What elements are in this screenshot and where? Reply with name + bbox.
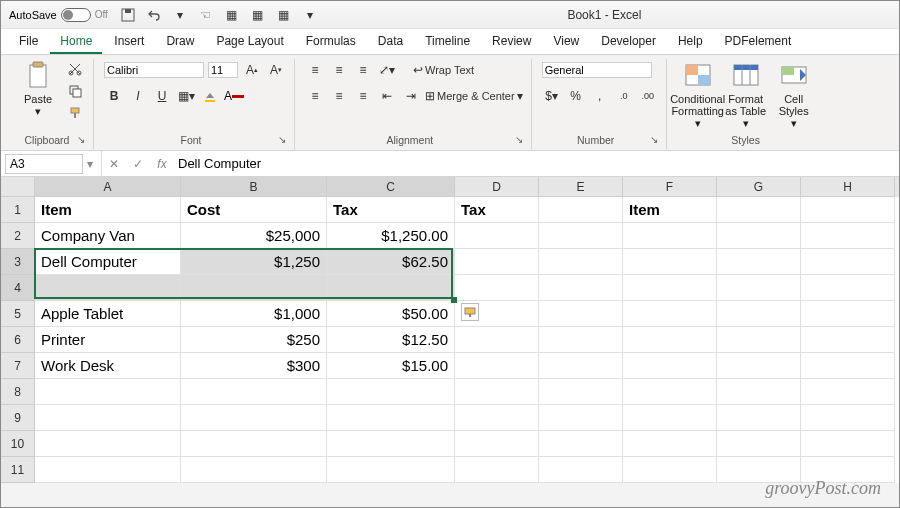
column-header-D[interactable]: D [455, 177, 539, 197]
cell-A11[interactable] [35, 457, 181, 483]
cell-A9[interactable] [35, 405, 181, 431]
column-header-G[interactable]: G [717, 177, 801, 197]
align-bottom-button[interactable]: ≡ [353, 60, 373, 80]
cell-D6[interactable] [455, 327, 539, 353]
cell-G4[interactable] [717, 275, 801, 301]
spreadsheet-grid[interactable]: ABCDEFGH1ItemCostTaxTaxItem2Company Van$… [1, 177, 899, 483]
cell-G7[interactable] [717, 353, 801, 379]
row-header-10[interactable]: 10 [1, 431, 35, 457]
cell-H8[interactable] [801, 379, 895, 405]
row-header-9[interactable]: 9 [1, 405, 35, 431]
namebox-dropdown-icon[interactable]: ▾ [87, 157, 101, 171]
tab-formulas[interactable]: Formulas [296, 30, 366, 54]
cell-A7[interactable]: Work Desk [35, 353, 181, 379]
cell-D10[interactable] [455, 431, 539, 457]
tab-home[interactable]: Home [50, 30, 102, 54]
font-color-button[interactable]: A [224, 86, 244, 106]
undo-icon[interactable] [146, 7, 162, 23]
increase-decimal-button[interactable]: .0 [614, 86, 634, 106]
cell-A10[interactable] [35, 431, 181, 457]
dialog-launcher-icon[interactable]: ↘ [77, 134, 85, 145]
cell-H5[interactable] [801, 301, 895, 327]
wrap-text-button[interactable]: ↩Wrap Text [413, 60, 474, 80]
fx-icon[interactable]: fx [150, 157, 174, 171]
cell-D8[interactable] [455, 379, 539, 405]
cell-B8[interactable] [181, 379, 327, 405]
cell-G3[interactable] [717, 249, 801, 275]
touch-mode-icon[interactable]: ☜ [198, 7, 214, 23]
decrease-decimal-button[interactable]: .00 [638, 86, 658, 106]
row-header-4[interactable]: 4 [1, 275, 35, 301]
fill-color-button[interactable] [200, 86, 220, 106]
row-header-1[interactable]: 1 [1, 197, 35, 223]
cell-G6[interactable] [717, 327, 801, 353]
tab-page-layout[interactable]: Page Layout [206, 30, 293, 54]
cell-C9[interactable] [327, 405, 455, 431]
cell-A1[interactable]: Item [35, 197, 181, 223]
column-header-B[interactable]: B [181, 177, 327, 197]
row-header-2[interactable]: 2 [1, 223, 35, 249]
row-header-11[interactable]: 11 [1, 457, 35, 483]
qat-btn-2[interactable]: ▦ [250, 7, 266, 23]
tab-help[interactable]: Help [668, 30, 713, 54]
increase-font-button[interactable]: A▴ [242, 60, 262, 80]
cell-B3[interactable]: $1,250 [181, 249, 327, 275]
cell-E5[interactable] [539, 301, 623, 327]
cell-B2[interactable]: $25,000 [181, 223, 327, 249]
cell-F7[interactable] [623, 353, 717, 379]
cell-A3[interactable]: Dell Computer [35, 249, 181, 275]
cell-A2[interactable]: Company Van [35, 223, 181, 249]
cell-B10[interactable] [181, 431, 327, 457]
row-header-8[interactable]: 8 [1, 379, 35, 405]
cell-C8[interactable] [327, 379, 455, 405]
cut-button[interactable] [65, 59, 85, 79]
cell-D7[interactable] [455, 353, 539, 379]
cell-H4[interactable] [801, 275, 895, 301]
number-format-combo[interactable] [542, 62, 652, 78]
cell-A4[interactable] [35, 275, 181, 301]
align-left-button[interactable]: ≡ [305, 86, 325, 106]
cell-B7[interactable]: $300 [181, 353, 327, 379]
cell-H3[interactable] [801, 249, 895, 275]
cell-C5[interactable]: $50.00 [327, 301, 455, 327]
bold-button[interactable]: B [104, 86, 124, 106]
column-header-C[interactable]: C [327, 177, 455, 197]
autosave-switch[interactable] [61, 8, 91, 22]
border-button[interactable]: ▦▾ [176, 86, 196, 106]
cell-G5[interactable] [717, 301, 801, 327]
tab-data[interactable]: Data [368, 30, 413, 54]
cell-D1[interactable]: Tax [455, 197, 539, 223]
cell-C3[interactable]: $62.50 [327, 249, 455, 275]
cell-F9[interactable] [623, 405, 717, 431]
cell-E4[interactable] [539, 275, 623, 301]
cell-E2[interactable] [539, 223, 623, 249]
align-middle-button[interactable]: ≡ [329, 60, 349, 80]
cell-H7[interactable] [801, 353, 895, 379]
align-top-button[interactable]: ≡ [305, 60, 325, 80]
tab-review[interactable]: Review [482, 30, 541, 54]
cell-F11[interactable] [623, 457, 717, 483]
qat-btn-1[interactable]: ▦ [224, 7, 240, 23]
cell-G9[interactable] [717, 405, 801, 431]
merge-center-button[interactable]: ⊞Merge & Center ▾ [425, 86, 523, 106]
cancel-icon[interactable]: ✕ [102, 157, 126, 171]
font-size-combo[interactable] [208, 62, 238, 78]
font-family-combo[interactable] [104, 62, 204, 78]
percent-format-button[interactable]: % [566, 86, 586, 106]
qat-dropdown-icon[interactable]: ▾ [302, 7, 318, 23]
cell-E10[interactable] [539, 431, 623, 457]
cell-G10[interactable] [717, 431, 801, 457]
cell-C1[interactable]: Tax [327, 197, 455, 223]
cell-C6[interactable]: $12.50 [327, 327, 455, 353]
orientation-button[interactable]: ⤢▾ [377, 60, 397, 80]
tab-developer[interactable]: Developer [591, 30, 666, 54]
tab-view[interactable]: View [543, 30, 589, 54]
formula-input[interactable] [174, 154, 899, 173]
cell-D3[interactable] [455, 249, 539, 275]
cell-H2[interactable] [801, 223, 895, 249]
align-center-button[interactable]: ≡ [329, 86, 349, 106]
save-icon[interactable] [120, 7, 136, 23]
cell-B4[interactable] [181, 275, 327, 301]
cell-B9[interactable] [181, 405, 327, 431]
cell-B11[interactable] [181, 457, 327, 483]
